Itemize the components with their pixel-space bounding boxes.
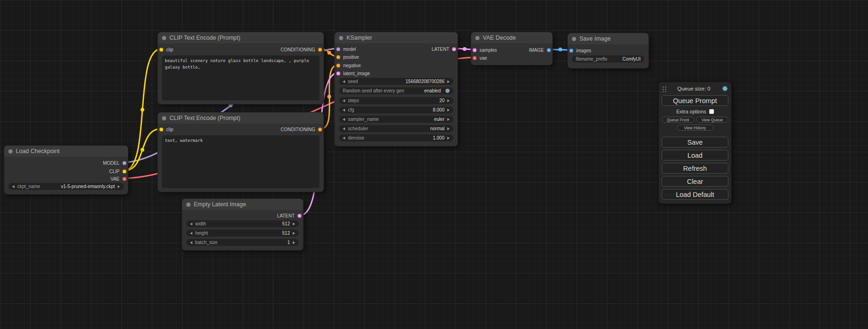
input-slot-clip[interactable]: clip xyxy=(159,46,173,53)
input-slot-negative[interactable]: negative xyxy=(336,62,361,69)
output-slot-vae[interactable]: VAE xyxy=(111,175,127,182)
graph-canvas[interactable]: Load Checkpoint MODEL CLIP VAE ckpt_name… xyxy=(0,0,868,329)
output-slot-conditioning[interactable]: CONDITIONING xyxy=(281,126,322,133)
collapse-dot-icon[interactable] xyxy=(475,36,480,40)
right-arrow-icon[interactable] xyxy=(447,127,450,130)
output-slot-conditioning[interactable]: CONDITIONING xyxy=(281,46,322,53)
left-arrow-icon[interactable] xyxy=(190,223,192,225)
right-arrow-icon[interactable] xyxy=(293,241,295,244)
conditioning-port-icon[interactable] xyxy=(318,48,322,52)
prompt-textarea[interactable]: beautiful scenery nature glass bottle la… xyxy=(162,56,319,100)
collapse-dot-icon[interactable] xyxy=(162,36,166,40)
node-load-checkpoint[interactable]: Load Checkpoint MODEL CLIP VAE ckpt_name… xyxy=(4,145,128,195)
left-arrow-icon[interactable] xyxy=(343,80,345,83)
conditioning-port-icon[interactable] xyxy=(336,55,340,59)
input-slot-samples[interactable]: samples xyxy=(473,47,497,53)
node-title-bar[interactable]: KSampler xyxy=(335,32,458,43)
prompt-textarea[interactable]: text, watermark xyxy=(162,135,319,188)
input-slot-latent-image[interactable]: latent_image xyxy=(336,70,370,77)
model-port-icon[interactable] xyxy=(122,161,127,165)
node-empty-latent-image[interactable]: Empty Latent Image LATENT width 512 heig… xyxy=(182,198,303,251)
output-slot-model[interactable]: MODEL xyxy=(103,160,127,166)
collapse-dot-icon[interactable] xyxy=(8,149,13,154)
node-save-image[interactable]: Save Image images filename_prefix ComfyU… xyxy=(567,33,649,69)
widget-sampler-name[interactable]: sampler_name euler xyxy=(339,116,453,123)
node-vae-decode[interactable]: VAE Decode samples vae IMAGE xyxy=(471,32,553,65)
image-port-icon[interactable] xyxy=(569,49,573,53)
node-title-bar[interactable]: Empty Latent Image xyxy=(182,199,303,210)
save-button[interactable]: Save xyxy=(662,137,728,147)
extra-options-checkbox[interactable] xyxy=(709,109,714,114)
input-slot-model[interactable]: model xyxy=(336,46,356,52)
widget-random-seed[interactable]: Random seed after every gen enabled xyxy=(339,87,453,94)
clip-port-icon[interactable] xyxy=(122,169,127,174)
right-arrow-icon[interactable] xyxy=(447,137,450,140)
right-arrow-icon[interactable] xyxy=(293,232,295,235)
left-arrow-icon[interactable] xyxy=(343,109,345,112)
left-arrow-icon[interactable] xyxy=(343,137,345,140)
node-clip-text-encode-positive[interactable]: CLIP Text Encode (Prompt) clip CONDITION… xyxy=(157,32,324,105)
widget-seed[interactable]: seed 156680208700286 xyxy=(339,78,453,85)
left-arrow-icon[interactable] xyxy=(343,118,345,121)
widget-batch-size[interactable]: batch_size 1 xyxy=(186,239,299,246)
load-button[interactable]: Load xyxy=(662,150,728,161)
left-arrow-icon[interactable] xyxy=(343,99,345,102)
input-slot-images[interactable]: images xyxy=(569,47,591,54)
node-title-bar[interactable]: CLIP Text Encode (Prompt) xyxy=(158,112,324,124)
input-slot-vae[interactable]: vae xyxy=(473,55,487,61)
collapse-dot-icon[interactable] xyxy=(162,116,166,120)
latent-port-icon[interactable] xyxy=(297,214,302,218)
conditioning-port-icon[interactable] xyxy=(336,63,340,68)
toggle-dot-icon[interactable] xyxy=(445,89,450,93)
queue-front-button[interactable]: Queue Front xyxy=(662,117,694,123)
vae-port-icon[interactable] xyxy=(122,177,127,181)
model-port-icon[interactable] xyxy=(336,47,340,51)
collapse-dot-icon[interactable] xyxy=(186,203,191,207)
clip-port-icon[interactable] xyxy=(159,48,163,52)
drag-handle-icon[interactable] xyxy=(662,85,666,92)
node-title-bar[interactable]: CLIP Text Encode (Prompt) xyxy=(158,32,324,43)
refresh-button[interactable]: Refresh xyxy=(662,163,728,174)
widget-filename-prefix[interactable]: filename_prefix ComfyUI xyxy=(572,56,644,63)
collapse-dot-icon[interactable] xyxy=(339,36,343,40)
input-slot-positive[interactable]: positive xyxy=(336,54,359,60)
left-arrow-icon[interactable] xyxy=(343,127,345,130)
output-slot-clip[interactable]: CLIP xyxy=(109,168,127,175)
node-clip-text-encode-negative[interactable]: CLIP Text Encode (Prompt) clip CONDITION… xyxy=(157,112,324,192)
queue-prompt-button[interactable]: Queue Prompt xyxy=(662,95,728,106)
widget-scheduler[interactable]: scheduler normal xyxy=(339,125,453,132)
widget-cfg[interactable]: cfg 8.000 xyxy=(339,106,453,113)
node-ksampler[interactable]: KSampler model positive negative latent_… xyxy=(334,32,458,147)
conditioning-port-icon[interactable] xyxy=(318,127,322,132)
view-queue-button[interactable]: View Queue xyxy=(696,117,729,123)
input-slot-clip[interactable]: clip xyxy=(159,126,173,133)
clear-button[interactable]: Clear xyxy=(662,176,728,187)
left-arrow-icon[interactable] xyxy=(12,185,14,188)
right-arrow-icon[interactable] xyxy=(447,80,450,83)
latent-port-icon[interactable] xyxy=(336,71,340,76)
latent-port-icon[interactable] xyxy=(473,48,477,52)
image-port-icon[interactable] xyxy=(547,48,551,52)
view-history-button[interactable]: View History xyxy=(677,125,713,131)
widget-width[interactable]: width 512 xyxy=(186,220,299,227)
widget-denoise[interactable]: denoise 1.000 xyxy=(339,134,453,141)
right-arrow-icon[interactable] xyxy=(447,109,450,112)
output-slot-latent[interactable]: LATENT xyxy=(277,212,302,219)
left-arrow-icon[interactable] xyxy=(190,241,192,244)
right-arrow-icon[interactable] xyxy=(118,185,120,188)
latent-port-icon[interactable] xyxy=(452,47,456,51)
node-title-bar[interactable]: Save Image xyxy=(568,33,649,44)
output-slot-image[interactable]: IMAGE xyxy=(529,47,551,53)
right-arrow-icon[interactable] xyxy=(447,118,450,121)
output-slot-latent[interactable]: LATENT xyxy=(431,46,456,52)
right-arrow-icon[interactable] xyxy=(293,223,295,225)
node-title-bar[interactable]: Load Checkpoint xyxy=(4,146,128,157)
left-arrow-icon[interactable] xyxy=(190,232,192,235)
widget-steps[interactable]: steps 20 xyxy=(339,97,453,104)
collapse-dot-icon[interactable] xyxy=(572,37,576,41)
clip-port-icon[interactable] xyxy=(159,127,163,132)
node-title-bar[interactable]: VAE Decode xyxy=(471,32,552,43)
right-arrow-icon[interactable] xyxy=(447,99,450,102)
load-default-button[interactable]: Load Default xyxy=(662,189,728,200)
vae-port-icon[interactable] xyxy=(473,56,477,60)
